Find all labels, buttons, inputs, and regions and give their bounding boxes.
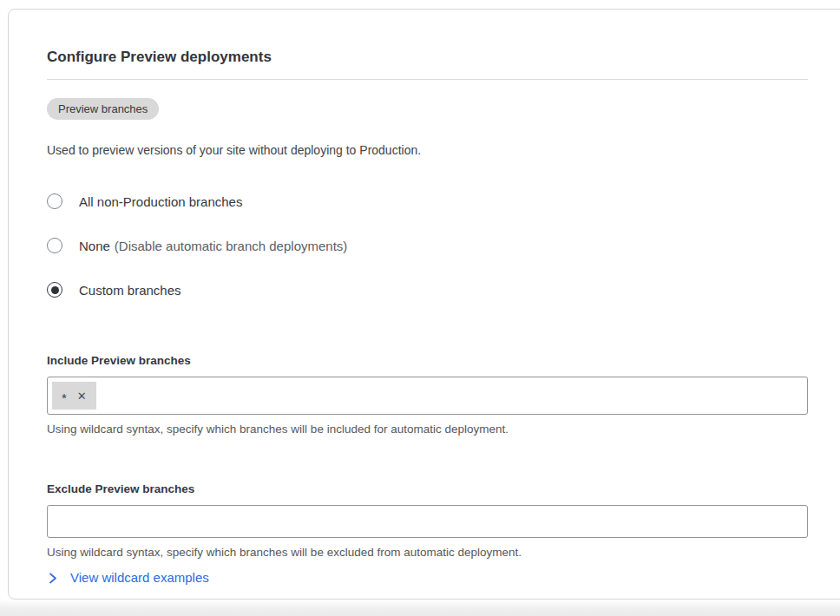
exclude-branches-input[interactable]: [47, 505, 808, 538]
tag-value: *: [62, 390, 67, 405]
divider: [47, 79, 808, 80]
exclude-branches-label: Exclude Preview branches: [47, 482, 808, 496]
radio-option-label[interactable]: Custom branches: [79, 283, 181, 298]
radio-button-icon[interactable]: [47, 238, 62, 253]
preview-branches-badge: Preview branches: [47, 98, 159, 120]
exclude-preview-branches-section: Exclude Preview branches Using wildcard …: [47, 482, 808, 560]
radio-option-all-non-production[interactable]: All non-Production branches: [47, 193, 808, 209]
chevron-right-icon: [47, 572, 58, 583]
radio-button-selected-icon[interactable]: [47, 282, 62, 298]
radio-option-custom-branches[interactable]: Custom branches: [47, 282, 808, 298]
include-preview-branches-section: Include Preview branches * ✕ Using wildc…: [47, 354, 808, 436]
preview-branch-radio-group: All non-Production branches None (Disabl…: [47, 193, 808, 298]
include-branches-input[interactable]: * ✕: [47, 377, 808, 415]
view-wildcard-examples-link[interactable]: View wildcard examples: [47, 570, 209, 585]
bottom-fade: [0, 600, 840, 616]
tag-chip: * ✕: [52, 382, 96, 410]
view-wildcard-examples-label: View wildcard examples: [70, 570, 209, 585]
settings-card: Configure Preview deployments Preview br…: [8, 9, 840, 600]
radio-option-sublabel: (Disable automatic branch deployments): [115, 239, 347, 253]
radio-option-none[interactable]: None (Disable automatic branch deploymen…: [47, 238, 808, 253]
radio-option-label[interactable]: All non-Production branches: [79, 194, 242, 209]
section-description: Used to preview versions of your site wi…: [47, 143, 808, 158]
page-title: Configure Preview deployments: [47, 10, 808, 66]
include-branches-help: Using wildcard syntax, specify which bra…: [47, 423, 808, 436]
close-icon[interactable]: ✕: [77, 390, 87, 402]
radio-button-icon[interactable]: [47, 193, 62, 209]
include-branches-label: Include Preview branches: [47, 354, 808, 368]
radio-option-label[interactable]: None: [79, 239, 110, 253]
exclude-branches-help: Using wildcard syntax, specify which bra…: [47, 546, 808, 560]
radio-dot: [51, 286, 59, 294]
